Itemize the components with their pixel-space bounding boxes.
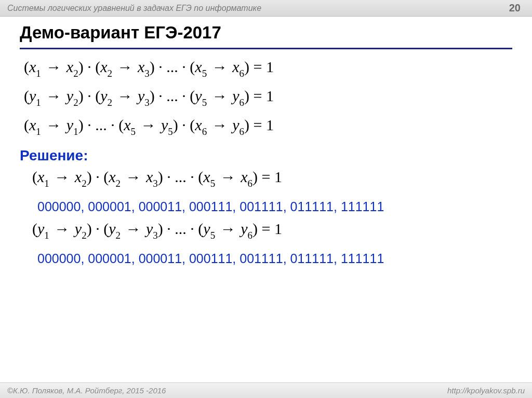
equation-5: (y1 → y2) · (y2 → y3) · ... · (y5 → y6) … xyxy=(32,220,282,240)
solutions-row-1: 000000, 000001, 000011, 000111, 001111, … xyxy=(37,199,384,214)
footer-credit: ©К.Ю. Поляков, М.А. Ройтберг, 2015 -2016 xyxy=(7,386,166,395)
equation-4: (x1 → x2) · (x2 → x3) · ... · (x5 → x6) … xyxy=(32,168,282,188)
solutions-row-2: 000000, 000001, 000011, 000111, 001111, … xyxy=(37,251,384,266)
header-topic: Системы логических уравнений в задачах Е… xyxy=(7,4,261,13)
page-number: 20 xyxy=(509,2,521,14)
equation-3: (x1 → y1) · ... · (x5 → y5) · (x6 → y6) … xyxy=(24,116,274,136)
title-rule xyxy=(20,48,512,49)
page-title: Демо-вариант ЕГЭ-2017 xyxy=(20,23,221,43)
equation-2: (y1 → y2) · (y2 → y3) · ... · (y5 → y6) … xyxy=(24,87,274,107)
equation-1: (x1 → x2) · (x2 → x3) · ... · (x5 → x6) … xyxy=(24,58,274,78)
footer-url: http://kpolyakov.spb.ru xyxy=(447,386,525,395)
solution-label: Решение: xyxy=(20,147,88,164)
header-bar: Системы логических уравнений в задачах Е… xyxy=(0,0,532,17)
slide: Системы логических уравнений в задачах Е… xyxy=(0,0,532,398)
footer-bar: ©К.Ю. Поляков, М.А. Ройтберг, 2015 -2016… xyxy=(0,382,532,398)
